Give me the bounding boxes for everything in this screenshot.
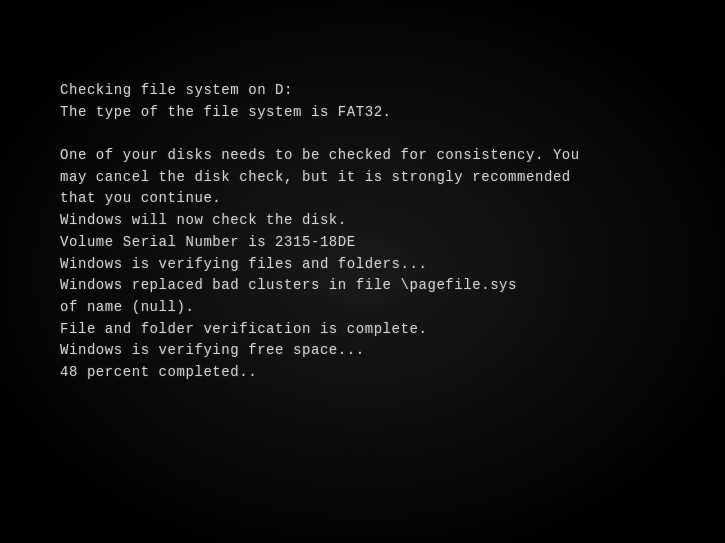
terminal-output: Checking file system on D: The type of t… [60,80,580,384]
terminal-screen: Checking file system on D: The type of t… [0,0,725,543]
